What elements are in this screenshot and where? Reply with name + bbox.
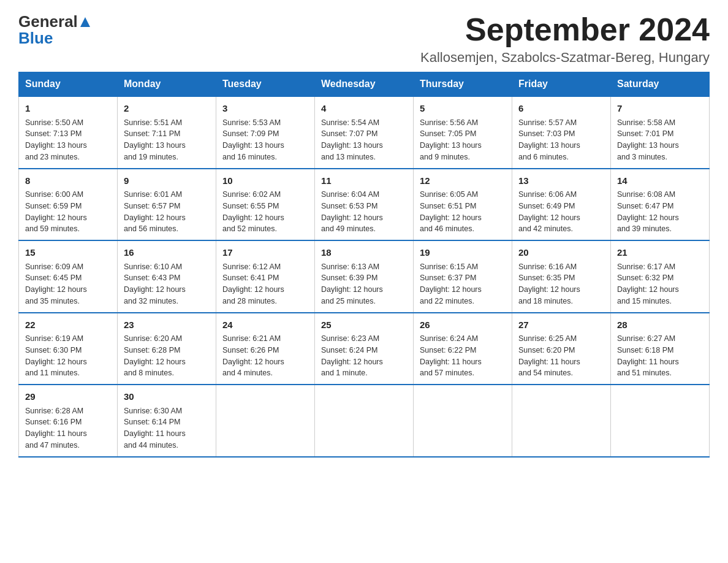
day-info: Sunrise: 6:13 AMSunset: 6:39 PMDaylight:… <box>321 261 407 307</box>
logo: General Blue <box>18 12 91 48</box>
header-sunday: Sunday <box>19 72 118 97</box>
calendar-cell: 7Sunrise: 5:58 AMSunset: 7:01 PMDaylight… <box>611 96 710 169</box>
header-wednesday: Wednesday <box>315 72 414 97</box>
day-number: 9 <box>124 174 210 188</box>
page-header: General Blue September 2024 Kallosemjen,… <box>18 12 710 66</box>
calendar-cell: 10Sunrise: 6:02 AMSunset: 6:55 PMDayligh… <box>216 169 315 241</box>
calendar-cell: 26Sunrise: 6:24 AMSunset: 6:22 PMDayligh… <box>414 313 512 385</box>
day-number: 11 <box>321 174 407 188</box>
calendar-cell: 3Sunrise: 5:53 AMSunset: 7:09 PMDaylight… <box>216 96 315 169</box>
day-number: 7 <box>617 102 703 116</box>
day-info: Sunrise: 6:01 AMSunset: 6:57 PMDaylight:… <box>124 189 210 235</box>
day-info: Sunrise: 6:21 AMSunset: 6:26 PMDaylight:… <box>222 333 308 379</box>
calendar-cell: 24Sunrise: 6:21 AMSunset: 6:26 PMDayligh… <box>216 313 315 385</box>
day-number: 21 <box>617 246 703 260</box>
calendar-cell <box>611 385 710 457</box>
calendar-cell: 14Sunrise: 6:08 AMSunset: 6:47 PMDayligh… <box>611 169 710 241</box>
svg-marker-0 <box>80 17 90 27</box>
calendar-cell: 5Sunrise: 5:56 AMSunset: 7:05 PMDaylight… <box>414 96 512 169</box>
calendar-cell: 22Sunrise: 6:19 AMSunset: 6:30 PMDayligh… <box>19 313 118 385</box>
day-number: 18 <box>321 246 407 260</box>
day-info: Sunrise: 6:00 AMSunset: 6:59 PMDaylight:… <box>25 189 111 235</box>
logo-blue-text: Blue <box>18 29 53 48</box>
calendar-cell <box>315 385 414 457</box>
calendar-cell: 16Sunrise: 6:10 AMSunset: 6:43 PMDayligh… <box>118 240 216 313</box>
calendar-cell: 1Sunrise: 5:50 AMSunset: 7:13 PMDaylight… <box>19 96 118 169</box>
day-number: 16 <box>124 246 210 260</box>
week-row-2: 8Sunrise: 6:00 AMSunset: 6:59 PMDaylight… <box>19 169 710 241</box>
day-number: 25 <box>321 318 407 332</box>
day-number: 24 <box>222 318 308 332</box>
calendar-cell <box>414 385 512 457</box>
day-info: Sunrise: 6:09 AMSunset: 6:45 PMDaylight:… <box>25 261 111 307</box>
day-info: Sunrise: 6:17 AMSunset: 6:32 PMDaylight:… <box>617 261 703 307</box>
calendar-table: Sunday Monday Tuesday Wednesday Thursday… <box>18 72 710 458</box>
calendar-cell: 28Sunrise: 6:27 AMSunset: 6:18 PMDayligh… <box>611 313 710 385</box>
day-info: Sunrise: 6:08 AMSunset: 6:47 PMDaylight:… <box>617 189 703 235</box>
title-block: September 2024 Kallosemjen, Szabolcs-Sza… <box>420 12 710 66</box>
calendar-cell <box>216 385 315 457</box>
day-info: Sunrise: 6:02 AMSunset: 6:55 PMDaylight:… <box>222 189 308 235</box>
day-info: Sunrise: 5:58 AMSunset: 7:01 PMDaylight:… <box>617 117 703 163</box>
day-number: 5 <box>420 102 506 116</box>
calendar-cell: 2Sunrise: 5:51 AMSunset: 7:11 PMDaylight… <box>118 96 216 169</box>
day-number: 14 <box>617 174 703 188</box>
calendar-cell: 25Sunrise: 6:23 AMSunset: 6:24 PMDayligh… <box>315 313 414 385</box>
calendar-cell: 6Sunrise: 5:57 AMSunset: 7:03 PMDaylight… <box>512 96 611 169</box>
calendar-cell: 4Sunrise: 5:54 AMSunset: 7:07 PMDaylight… <box>315 96 414 169</box>
day-info: Sunrise: 6:25 AMSunset: 6:20 PMDaylight:… <box>518 333 604 379</box>
day-number: 1 <box>25 102 111 116</box>
day-number: 2 <box>124 102 210 116</box>
day-number: 13 <box>518 174 604 188</box>
header-saturday: Saturday <box>611 72 710 97</box>
header-tuesday: Tuesday <box>216 72 315 97</box>
day-info: Sunrise: 6:16 AMSunset: 6:35 PMDaylight:… <box>518 261 604 307</box>
calendar-cell: 30Sunrise: 6:30 AMSunset: 6:14 PMDayligh… <box>118 385 216 457</box>
day-info: Sunrise: 6:19 AMSunset: 6:30 PMDaylight:… <box>25 333 111 379</box>
day-info: Sunrise: 6:20 AMSunset: 6:28 PMDaylight:… <box>124 333 210 379</box>
day-info: Sunrise: 6:27 AMSunset: 6:18 PMDaylight:… <box>617 333 703 379</box>
day-info: Sunrise: 6:23 AMSunset: 6:24 PMDaylight:… <box>321 333 407 379</box>
day-number: 15 <box>25 246 111 260</box>
day-number: 17 <box>222 246 308 260</box>
week-row-3: 15Sunrise: 6:09 AMSunset: 6:45 PMDayligh… <box>19 240 710 313</box>
day-number: 20 <box>518 246 604 260</box>
day-number: 8 <box>25 174 111 188</box>
day-info: Sunrise: 5:51 AMSunset: 7:11 PMDaylight:… <box>124 117 210 163</box>
calendar-cell: 19Sunrise: 6:15 AMSunset: 6:37 PMDayligh… <box>414 240 512 313</box>
day-info: Sunrise: 5:50 AMSunset: 7:13 PMDaylight:… <box>25 117 111 163</box>
logo-triangle-icon <box>79 16 91 28</box>
calendar-cell: 27Sunrise: 6:25 AMSunset: 6:20 PMDayligh… <box>512 313 611 385</box>
day-info: Sunrise: 5:53 AMSunset: 7:09 PMDaylight:… <box>222 117 308 163</box>
day-info: Sunrise: 6:05 AMSunset: 6:51 PMDaylight:… <box>420 189 506 235</box>
calendar-cell: 15Sunrise: 6:09 AMSunset: 6:45 PMDayligh… <box>19 240 118 313</box>
day-number: 28 <box>617 318 703 332</box>
calendar-cell: 21Sunrise: 6:17 AMSunset: 6:32 PMDayligh… <box>611 240 710 313</box>
day-number: 23 <box>124 318 210 332</box>
month-title: September 2024 <box>420 12 710 47</box>
calendar-cell: 12Sunrise: 6:05 AMSunset: 6:51 PMDayligh… <box>414 169 512 241</box>
calendar-cell: 8Sunrise: 6:00 AMSunset: 6:59 PMDaylight… <box>19 169 118 241</box>
day-number: 3 <box>222 102 308 116</box>
calendar-cell: 13Sunrise: 6:06 AMSunset: 6:49 PMDayligh… <box>512 169 611 241</box>
day-number: 6 <box>518 102 604 116</box>
day-info: Sunrise: 5:54 AMSunset: 7:07 PMDaylight:… <box>321 117 407 163</box>
day-number: 12 <box>420 174 506 188</box>
day-info: Sunrise: 5:57 AMSunset: 7:03 PMDaylight:… <box>518 117 604 163</box>
weekday-header-row: Sunday Monday Tuesday Wednesday Thursday… <box>19 72 710 97</box>
day-number: 4 <box>321 102 407 116</box>
day-info: Sunrise: 6:28 AMSunset: 6:16 PMDaylight:… <box>25 405 111 451</box>
day-info: Sunrise: 6:06 AMSunset: 6:49 PMDaylight:… <box>518 189 604 235</box>
calendar-cell: 18Sunrise: 6:13 AMSunset: 6:39 PMDayligh… <box>315 240 414 313</box>
day-info: Sunrise: 6:12 AMSunset: 6:41 PMDaylight:… <box>222 261 308 307</box>
location-subtitle: Kallosemjen, Szabolcs-Szatmar-Bereg, Hun… <box>420 50 710 66</box>
calendar-cell: 23Sunrise: 6:20 AMSunset: 6:28 PMDayligh… <box>118 313 216 385</box>
calendar-cell: 11Sunrise: 6:04 AMSunset: 6:53 PMDayligh… <box>315 169 414 241</box>
day-number: 30 <box>124 390 210 404</box>
day-info: Sunrise: 6:30 AMSunset: 6:14 PMDaylight:… <box>124 405 210 451</box>
day-info: Sunrise: 6:24 AMSunset: 6:22 PMDaylight:… <box>420 333 506 379</box>
header-friday: Friday <box>512 72 611 97</box>
day-number: 29 <box>25 390 111 404</box>
day-info: Sunrise: 5:56 AMSunset: 7:05 PMDaylight:… <box>420 117 506 163</box>
day-number: 10 <box>222 174 308 188</box>
